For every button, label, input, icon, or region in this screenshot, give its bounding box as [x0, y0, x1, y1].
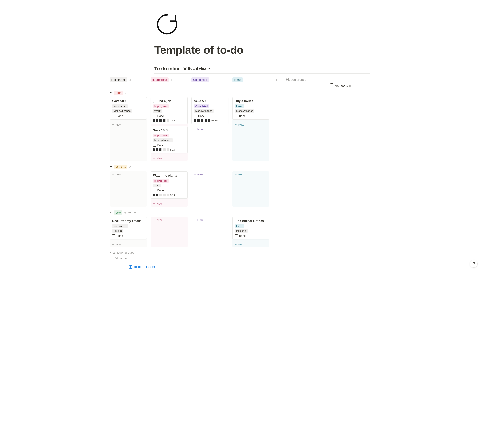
- progress-bar-segment: [165, 119, 166, 122]
- progress-bar-segment: [167, 119, 168, 122]
- inbox-icon: [330, 85, 333, 87]
- add-group-button[interactable]: ＋ Add a group: [110, 256, 370, 260]
- group-name-pill[interactable]: Medium: [114, 165, 127, 169]
- group-collapse-toggle[interactable]: [110, 166, 112, 168]
- group-add-button[interactable]: ＋: [133, 210, 137, 215]
- new-card-button[interactable]: ＋New: [110, 241, 147, 247]
- new-label: New: [116, 173, 122, 176]
- progress-bar-segment: [155, 119, 155, 122]
- plus-icon: ＋: [153, 202, 155, 205]
- status-tag: In progress: [153, 134, 169, 137]
- view-switcher[interactable]: Board view: [183, 67, 210, 71]
- done-label: Done: [239, 234, 246, 237]
- group-menu-button[interactable]: ⋯: [133, 165, 136, 169]
- category-tag: Project: [112, 229, 123, 233]
- group-name-pill[interactable]: High: [114, 91, 123, 95]
- new-label: New: [157, 218, 162, 221]
- done-checkbox[interactable]: [112, 115, 115, 118]
- no-status-label: No Status: [335, 84, 348, 88]
- board-card[interactable]: Save 50$CompletedMoney/financeDone100%: [191, 97, 228, 124]
- group-menu-button[interactable]: ⋯: [128, 211, 131, 214]
- hidden-groups-toggle[interactable]: 2 hidden groups: [110, 251, 370, 254]
- column-header[interactable]: Completed2: [191, 77, 228, 82]
- column-count: 2: [211, 78, 212, 81]
- progress-bar-segment: [165, 148, 166, 151]
- done-label: Done: [117, 234, 123, 237]
- column-pill: In progress: [151, 77, 169, 82]
- done-checkbox[interactable]: [153, 189, 156, 192]
- progress-bar-segment: [163, 119, 164, 122]
- column-pill: Not started: [110, 77, 127, 82]
- new-card-button[interactable]: ＋New: [232, 171, 269, 177]
- done-checkbox[interactable]: [235, 115, 238, 118]
- card-title: Save 100$: [153, 129, 168, 132]
- plus-icon: ＋: [153, 218, 155, 222]
- progress-bar-segment: [208, 119, 209, 122]
- hidden-groups-header[interactable]: Hidden groups: [286, 78, 306, 82]
- board-card[interactable]: Save 500$Not startedMoney/financeDone: [110, 97, 147, 120]
- progress-bar-segment: [156, 194, 157, 196]
- plus-icon: ＋: [112, 123, 115, 126]
- board-card[interactable]: Find a jobIn progressWorkDone75%: [151, 97, 188, 124]
- chevron-down-icon: [208, 68, 210, 69]
- group-menu-button[interactable]: ⋯: [129, 91, 132, 95]
- progress-bar-segment: [165, 194, 166, 196]
- board-card[interactable]: Declutter my emailsNot startedProjectDon…: [110, 217, 147, 239]
- board-card[interactable]: Save 100$In progressMoney/financeDone50%: [151, 126, 188, 153]
- new-card-button[interactable]: ＋New: [191, 171, 228, 177]
- board-lane: ＋New: [151, 217, 188, 247]
- database-title[interactable]: To-do inline: [155, 66, 181, 71]
- progress-percent: 50%: [170, 148, 175, 151]
- group-add-button[interactable]: ＋: [138, 165, 142, 169]
- no-status-group[interactable]: No Status 0: [330, 84, 359, 88]
- done-checkbox[interactable]: [235, 234, 238, 237]
- done-checkbox[interactable]: [194, 115, 197, 118]
- new-card-button[interactable]: ＋New: [110, 171, 147, 177]
- new-card-button[interactable]: ＋New: [151, 217, 188, 223]
- done-label: Done: [157, 144, 164, 147]
- new-card-button[interactable]: ＋New: [151, 201, 188, 207]
- plus-icon: ＋: [110, 256, 113, 260]
- progress-bar-segment: [167, 194, 168, 196]
- page-title: Template of to-do: [155, 44, 370, 56]
- new-card-button[interactable]: ＋New: [232, 122, 269, 128]
- new-card-button[interactable]: ＋New: [151, 155, 188, 161]
- done-checkbox[interactable]: [112, 234, 115, 237]
- done-checkbox[interactable]: [153, 144, 156, 147]
- column-header[interactable]: Ideas2: [232, 77, 269, 82]
- new-card-button[interactable]: ＋New: [191, 217, 228, 223]
- new-card-button[interactable]: ＋New: [232, 241, 269, 247]
- board-card[interactable]: Water the plantsIn progressTaskDone33%: [151, 171, 188, 199]
- group-name-pill[interactable]: Low: [114, 210, 123, 215]
- new-card-button[interactable]: ＋New: [191, 126, 228, 132]
- progress-bar-segment: [157, 194, 158, 196]
- new-label: New: [157, 202, 162, 205]
- done-checkbox[interactable]: [153, 115, 156, 118]
- progress-bar-segment: [163, 148, 164, 151]
- board-card[interactable]: Buy a houseIdeasMoney/financeDone: [232, 97, 269, 120]
- chevron-down-icon: [110, 252, 112, 253]
- column-count: 3: [129, 78, 131, 81]
- progress-bar-segment: [201, 119, 202, 122]
- progress-bar-segment: [197, 119, 198, 122]
- add-column-button[interactable]: ＋: [273, 77, 280, 82]
- category-tag: Work: [153, 109, 162, 113]
- progress-bar-segment: [205, 119, 206, 122]
- group-collapse-toggle[interactable]: [110, 212, 112, 213]
- plus-icon: ＋: [193, 218, 196, 222]
- column-header[interactable]: Not started3: [110, 77, 147, 82]
- progress-bar-segment: [161, 148, 162, 151]
- column-header[interactable]: In progress4: [151, 77, 188, 82]
- plus-icon: ＋: [234, 243, 237, 246]
- help-button[interactable]: ?: [470, 260, 478, 268]
- status-tag: Ideas: [235, 105, 244, 108]
- card-title: Save 50$: [194, 99, 207, 103]
- progress-bar-segment: [168, 148, 169, 151]
- progress-bar-segment: [194, 119, 195, 122]
- todo-full-page-link[interactable]: To-do full page: [110, 265, 370, 269]
- new-card-button[interactable]: ＋New: [110, 122, 147, 128]
- board-lane: Buy a houseIdeasMoney/financeDone＋New: [232, 97, 269, 161]
- group-collapse-toggle[interactable]: [110, 92, 112, 93]
- board-card[interactable]: Find ethical clothesIdeasPersonalDone: [232, 217, 269, 239]
- group-add-button[interactable]: ＋: [134, 90, 138, 95]
